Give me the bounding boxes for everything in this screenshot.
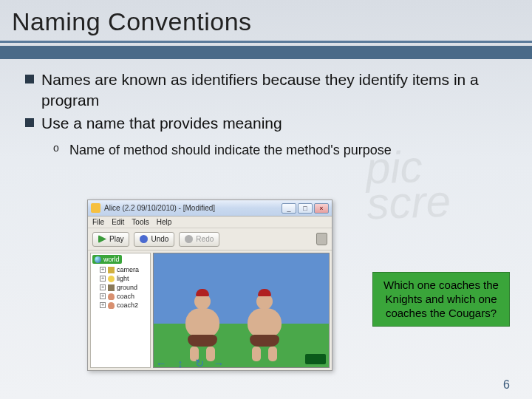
minimize-button[interactable]: _ <box>282 203 296 214</box>
camera-icon <box>108 267 115 273</box>
cap-icon <box>258 289 271 296</box>
redo-button[interactable]: Redo <box>179 232 219 247</box>
character-coach-right <box>244 293 285 361</box>
slide-content: Names are known as identifiers because t… <box>0 69 532 160</box>
play-label: Play <box>109 235 123 243</box>
camera-nav-controls: ← ↕ ↻ → <box>154 357 225 369</box>
bullet-item: Use a name that provides meaning <box>25 113 511 134</box>
coach-icon <box>108 302 115 309</box>
app-icon <box>91 203 100 213</box>
title-underline <box>0 41 532 43</box>
redo-icon <box>185 235 193 243</box>
page-number: 6 <box>503 378 510 392</box>
light-icon <box>108 276 115 282</box>
tree-item-coach[interactable]: + coach <box>92 292 149 301</box>
alice-app-window: Alice (2.2 09/10/2010) - [Modified] _ □ … <box>87 200 332 371</box>
menu-help[interactable]: Help <box>157 218 172 226</box>
tree-label: camera <box>117 266 139 273</box>
cap-icon <box>196 289 209 296</box>
ground-icon <box>108 284 115 291</box>
toolbar: Play Undo Redo <box>88 228 332 250</box>
tree-label: coach2 <box>117 301 138 309</box>
redo-label: Redo <box>196 235 214 243</box>
accent-bar <box>0 46 532 59</box>
object-tree: world + camera + light + ground + coach <box>90 253 151 368</box>
window-titlebar: Alice (2.2 09/10/2010) - [Modified] _ □ … <box>88 200 332 216</box>
menu-edit[interactable]: Edit <box>112 218 124 226</box>
menu-tools[interactable]: Tools <box>132 218 149 226</box>
coach-icon <box>108 293 115 300</box>
callout-text: Which one coaches the Knights and which … <box>383 279 499 319</box>
sub-bullet-item: Name of method should indicate the metho… <box>53 141 511 160</box>
tree-item-camera[interactable]: + camera <box>92 265 149 274</box>
menu-file[interactable]: File <box>92 218 104 226</box>
trash-icon[interactable] <box>316 233 327 245</box>
expand-icon[interactable]: + <box>100 267 106 273</box>
undo-button[interactable]: Undo <box>134 232 174 247</box>
tree-item-light[interactable]: + light <box>92 274 149 283</box>
undo-icon <box>140 235 148 243</box>
arrow-left-icon[interactable]: ← <box>154 357 168 369</box>
tree-root-label: world <box>103 256 120 263</box>
arrow-up-down-icon[interactable]: ↕ <box>174 357 187 369</box>
rotate-icon[interactable]: ↻ <box>193 357 206 369</box>
close-button[interactable]: × <box>314 203 329 214</box>
expand-icon[interactable]: + <box>100 284 106 290</box>
play-icon <box>98 235 106 243</box>
tree-label: ground <box>117 284 137 291</box>
maximize-button[interactable]: □ <box>298 203 313 214</box>
question-callout: Which one coaches the Knights and which … <box>372 272 510 327</box>
workspace: world + camera + light + ground + coach <box>88 250 332 370</box>
play-button[interactable]: Play <box>92 232 129 247</box>
undo-label: Undo <box>151 235 168 243</box>
window-title: Alice (2.2 09/10/2010) - [Modified] <box>104 204 280 212</box>
bullet-item: Names are known as identifiers because t… <box>25 69 511 112</box>
expand-icon[interactable]: + <box>100 293 106 299</box>
tree-label: coach <box>117 293 134 300</box>
menu-bar: File Edit Tools Help <box>88 216 332 228</box>
character-coach-left <box>182 293 223 361</box>
expand-icon[interactable]: + <box>100 302 106 308</box>
tree-item-ground[interactable]: + ground <box>92 283 149 292</box>
globe-icon <box>95 256 101 263</box>
tree-root-world[interactable]: world <box>92 255 122 264</box>
tree-label: light <box>117 275 129 282</box>
scene-viewport[interactable] <box>153 253 330 368</box>
slide-title: Naming Conventions <box>0 0 532 41</box>
expand-icon[interactable]: + <box>100 276 106 282</box>
arrow-right-icon[interactable]: → <box>212 357 225 369</box>
viewport-badge <box>305 354 326 364</box>
tree-item-coach2[interactable]: + coach2 <box>92 301 149 310</box>
